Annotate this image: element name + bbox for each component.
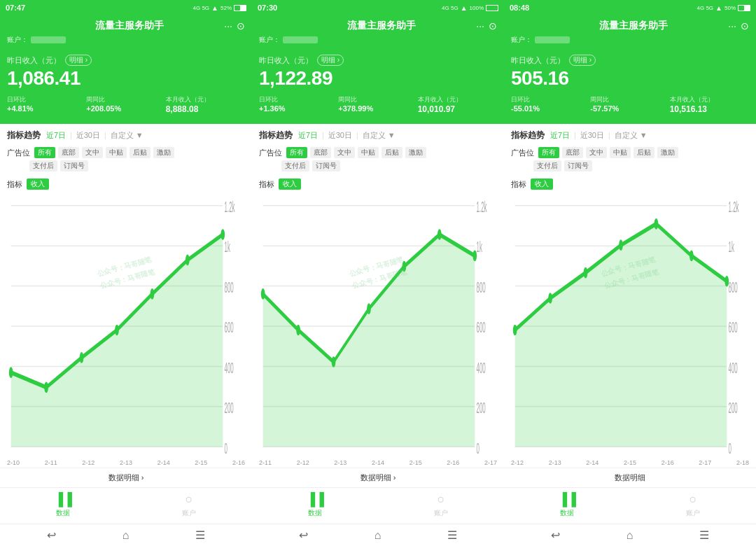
data-detail-row[interactable]: 数据明细 — [504, 468, 756, 487]
trend-divider: | — [104, 132, 106, 139]
menu-dots-icon[interactable]: ··· — [224, 20, 232, 31]
indicator-tag-0[interactable]: 收入 — [27, 178, 49, 190]
ad-row-1: 广告位所有底部文中中贴后贴激励 — [511, 147, 749, 158]
svg-point-57 — [548, 293, 552, 304]
ad-tag-3[interactable]: 中贴 — [358, 147, 379, 158]
menu-icon[interactable]: ☰ — [699, 528, 709, 542]
home-icon[interactable]: ⌂ — [122, 529, 130, 542]
indicator-label: 指标 — [259, 179, 274, 190]
nav-item-账户[interactable]: ○ 账户 — [378, 492, 504, 518]
ad-tag-4[interactable]: 后贴 — [634, 147, 654, 158]
ad-tag-5[interactable]: 激励 — [657, 147, 678, 158]
ad-tag-extra-1[interactable]: 订阅号 — [312, 160, 340, 172]
menu-icon[interactable]: ☰ — [195, 528, 205, 542]
ad-tag-extra-0[interactable]: 支付后 — [281, 160, 309, 172]
ad-tag-extra-1[interactable]: 订阅号 — [60, 160, 88, 172]
income-label-text: 昨日收入（元） — [511, 55, 565, 66]
ad-tag-extra-0[interactable]: 支付后 — [29, 160, 57, 172]
trend-tab-1[interactable]: 近30日 — [580, 130, 604, 141]
nav-item-数据[interactable]: ▐▐ 数据 — [252, 492, 378, 518]
ad-tag-2[interactable]: 文中 — [82, 147, 103, 158]
svg-text:200: 200 — [729, 399, 738, 416]
chart-area: 1.2k1k8006004002000 — [504, 192, 756, 459]
battery-icon — [234, 5, 246, 11]
data-detail-link[interactable]: 数据明细 › — [360, 472, 396, 483]
menu-icon[interactable]: ☰ — [447, 528, 457, 542]
nav-item-账户[interactable]: ○ 账户 — [126, 492, 252, 518]
month-value: 10,010.97 — [418, 104, 497, 114]
wifi-icon: ▲ — [461, 4, 468, 12]
header-top: 流量主服务助手 ··· ⊙ — [259, 20, 497, 32]
svg-point-18 — [150, 288, 155, 300]
status-time: 07:47 — [6, 4, 25, 12]
income-label: 昨日收入（元） 明细 › — [511, 55, 749, 66]
income-detail-link[interactable]: 明细 › — [317, 55, 344, 66]
target-icon[interactable]: ⊙ — [489, 20, 497, 31]
menu-dots-icon[interactable]: ··· — [476, 20, 484, 31]
ad-tag-0[interactable]: 所有 — [538, 147, 559, 158]
income-detail-link[interactable]: 明细 › — [65, 55, 92, 66]
ad-row-2: 支付后订阅号 — [511, 160, 749, 172]
ad-tag-5[interactable]: 激励 — [405, 147, 426, 158]
status-time: 08:48 — [510, 4, 529, 12]
chart-svg: 1.2k1k8006004002000 — [511, 195, 749, 458]
menu-dots-icon[interactable]: ··· — [728, 20, 736, 31]
svg-text:400: 400 — [225, 359, 234, 376]
ad-tag-2[interactable]: 文中 — [334, 147, 355, 158]
trend-tab-2[interactable]: 自定义 ▼ — [363, 130, 396, 141]
chart-area: 1.2k1k8006004002000 — [252, 192, 504, 459]
ad-tag-1[interactable]: 底部 — [58, 147, 79, 158]
ad-tag-0[interactable]: 所有 — [34, 147, 55, 158]
data-detail-row[interactable]: 数据明细 › — [0, 468, 252, 487]
target-icon[interactable]: ⊙ — [741, 20, 749, 31]
back-icon[interactable]: ↩ — [299, 528, 308, 542]
home-icon[interactable]: ⌂ — [626, 529, 634, 542]
trend-tab-1[interactable]: 近30日 — [328, 130, 352, 141]
home-icon[interactable]: ⌂ — [374, 529, 382, 542]
target-icon[interactable]: ⊙ — [237, 20, 245, 31]
ad-tag-3[interactable]: 中贴 — [610, 147, 631, 158]
back-icon[interactable]: ↩ — [551, 528, 560, 542]
nav-item-账户[interactable]: ○ 账户 — [630, 492, 756, 518]
income-detail-link[interactable]: 明细 › — [569, 55, 596, 66]
month-income: 本月收入（元） 10,516.13 — [670, 95, 749, 114]
indicator-tag-0[interactable]: 收入 — [279, 178, 301, 190]
trend-tab-1[interactable]: 近30日 — [76, 130, 100, 141]
trend-header: 指标趋势 近7日 | 近30日 | 自定义 ▼ — [504, 124, 756, 144]
indicator-tag-0[interactable]: 收入 — [531, 178, 553, 190]
data-detail-row[interactable]: 数据明细 › — [252, 468, 504, 487]
trend-tab-0[interactable]: 近7日 — [298, 130, 318, 141]
svg-text:600: 600 — [225, 318, 234, 335]
nav-item-数据[interactable]: ▐▐ 数据 — [0, 492, 126, 518]
trend-tab-0[interactable]: 近7日 — [550, 130, 570, 141]
svg-point-56 — [513, 325, 517, 336]
bottom-bar: ↩ ⌂ ☰ — [252, 524, 504, 546]
nav-label-数据: 数据 — [560, 508, 574, 518]
ad-tag-4[interactable]: 后贴 — [130, 147, 150, 158]
ad-tag-extra-1[interactable]: 订阅号 — [564, 160, 592, 172]
ad-tag-1[interactable]: 底部 — [562, 147, 583, 158]
ad-tag-3[interactable]: 中贴 — [106, 147, 127, 158]
back-icon[interactable]: ↩ — [47, 528, 56, 542]
ad-tag-5[interactable]: 激励 — [153, 147, 174, 158]
ad-tag-1[interactable]: 底部 — [310, 147, 331, 158]
data-detail-link[interactable]: 数据明细 › — [108, 472, 144, 483]
data-detail-link[interactable]: 数据明细 — [615, 472, 645, 483]
app-header: 流量主服务助手 ··· ⊙ 账户： — [0, 15, 252, 49]
ad-tag-2[interactable]: 文中 — [586, 147, 607, 158]
app-title: 流量主服务助手 — [287, 20, 476, 32]
ad-tag-extra-0[interactable]: 支付后 — [533, 160, 561, 172]
trend-tab-2[interactable]: 自定义 ▼ — [111, 130, 144, 141]
svg-text:600: 600 — [729, 318, 738, 335]
trend-tab-0[interactable]: 近7日 — [46, 130, 66, 141]
trend-tabs: 近7日 | 近30日 | 自定义 ▼ — [298, 130, 396, 141]
svg-text:1k: 1k — [225, 239, 231, 255]
bottom-nav: ▐▐ 数据 ○ 账户 — [504, 487, 756, 524]
nav-icon-数据: ▐▐ — [306, 492, 324, 507]
trend-tab-2[interactable]: 自定义 ▼ — [615, 130, 648, 141]
ad-tag-0[interactable]: 所有 — [286, 147, 307, 158]
nav-item-数据[interactable]: ▐▐ 数据 — [504, 492, 630, 518]
phone-panel-panel1: 07:47 4G 5G ▲ 52% 流量主服务助手 ··· ⊙ 账户： 昨日收入… — [0, 0, 252, 546]
app-header: 流量主服务助手 ··· ⊙ 账户： — [504, 15, 756, 49]
ad-tag-4[interactable]: 后贴 — [382, 147, 402, 158]
